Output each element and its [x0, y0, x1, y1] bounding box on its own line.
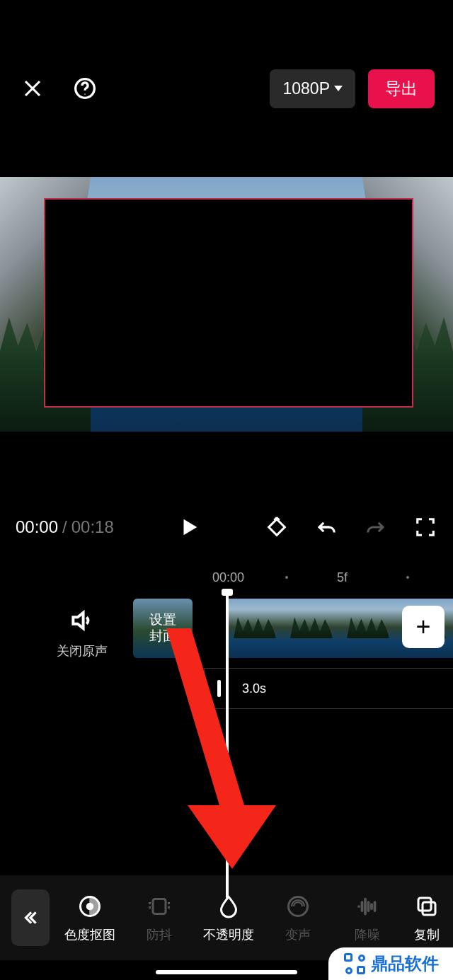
fullscreen-button[interactable]	[413, 515, 437, 539]
speaker-icon	[69, 607, 96, 634]
denoise-icon	[355, 894, 380, 919]
svg-rect-5	[153, 899, 166, 914]
cover-label: 设置 封面	[149, 612, 176, 645]
tool-opacity[interactable]: 不透明度	[194, 892, 263, 943]
time-total: 00:18	[71, 517, 114, 536]
timeline-ruler[interactable]: 00:00 5f	[0, 570, 453, 589]
undo-icon	[316, 517, 337, 538]
close-icon	[22, 78, 43, 99]
redo-button[interactable]	[364, 515, 388, 539]
overlay-selection[interactable]	[44, 198, 413, 408]
clip-handle[interactable]	[217, 680, 221, 697]
controls-right	[265, 515, 437, 539]
keyframe-icon	[266, 517, 287, 538]
keyframe-button[interactable]	[265, 515, 289, 539]
clip-thumbnail[interactable]	[340, 599, 396, 658]
tool-label: 防抖	[147, 926, 172, 943]
resolution-button[interactable]: 1080P	[270, 69, 355, 108]
tool-denoise[interactable]: 降噪	[333, 892, 402, 943]
clip-thumbnail[interactable]	[226, 599, 283, 658]
svg-point-1	[84, 93, 86, 95]
ruler-dot	[406, 576, 409, 579]
close-button[interactable]	[18, 74, 47, 103]
svg-rect-8	[423, 902, 435, 915]
export-label: 导出	[385, 79, 418, 98]
redo-icon	[365, 517, 386, 538]
copy-icon	[414, 894, 440, 919]
ruler-dot	[285, 576, 288, 579]
header-bar: 1080P 导出	[0, 0, 453, 106]
tool-chroma-key[interactable]: 色度抠图	[55, 892, 125, 943]
tool-copy[interactable]: 复制	[402, 892, 452, 943]
export-button[interactable]: 导出	[368, 69, 435, 108]
time-separator: /	[62, 517, 67, 536]
ruler-tick: 00:00	[212, 570, 244, 585]
add-clip-button[interactable]: +	[402, 606, 445, 648]
tool-voice-change[interactable]: 变声	[263, 892, 333, 943]
clip-thumbnail[interactable]	[283, 599, 340, 658]
chevron-down-icon	[334, 86, 343, 91]
chroma-icon	[77, 894, 103, 919]
time-display: 00:00/00:18	[16, 517, 114, 537]
clip-duration: 3.0s	[242, 681, 266, 696]
svg-point-4	[87, 904, 93, 910]
playhead[interactable]	[226, 594, 229, 899]
mute-label: 关闭原声	[57, 642, 108, 659]
help-icon	[74, 77, 96, 100]
fullscreen-icon	[415, 517, 436, 538]
overlay-clip[interactable]: 3.0s	[204, 668, 453, 709]
header-right: 1080P 导出	[270, 69, 435, 108]
tool-label: 色度抠图	[64, 926, 115, 943]
tool-label: 降噪	[355, 926, 380, 943]
tool-label: 变声	[285, 926, 311, 943]
tool-label: 不透明度	[203, 926, 254, 943]
tool-stabilize[interactable]: 防抖	[125, 892, 194, 943]
watermark: 鼎品软件	[328, 947, 453, 980]
help-button[interactable]	[71, 74, 99, 103]
opacity-icon	[216, 894, 241, 919]
timeline-tracks[interactable]: 关闭原声 设置 封面 + 3.0s	[0, 594, 453, 736]
playback-controls: 00:00/00:18	[0, 511, 453, 543]
header-left	[18, 74, 99, 103]
voice-icon	[285, 894, 311, 919]
play-button[interactable]	[177, 515, 201, 539]
tool-label: 复制	[414, 926, 440, 943]
home-indicator	[156, 970, 297, 974]
time-current: 00:00	[16, 517, 58, 536]
mute-audio-button[interactable]: 关闭原声	[57, 607, 108, 659]
chevron-left-icon	[21, 909, 40, 927]
play-icon	[178, 517, 200, 538]
undo-button[interactable]	[314, 515, 338, 539]
svg-rect-7	[418, 898, 431, 911]
set-cover-button[interactable]: 设置 封面	[133, 599, 193, 658]
resolution-label: 1080P	[282, 79, 330, 98]
plus-icon: +	[415, 612, 430, 642]
toolbar-back-button[interactable]	[11, 889, 50, 946]
ruler-tick: 5f	[337, 570, 348, 585]
video-preview[interactable]	[0, 177, 453, 432]
watermark-logo-icon	[344, 953, 365, 974]
stabilize-icon	[147, 894, 172, 919]
watermark-text: 鼎品软件	[371, 952, 439, 975]
